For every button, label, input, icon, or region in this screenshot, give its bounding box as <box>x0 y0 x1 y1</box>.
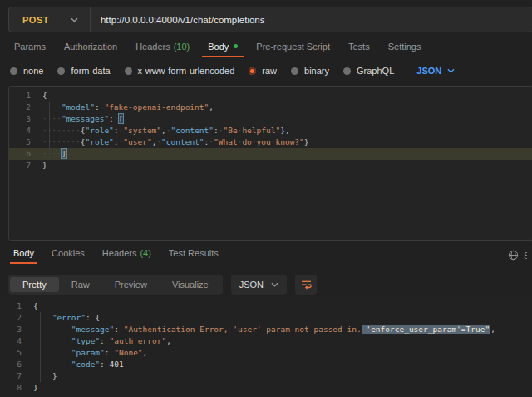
code-line: 2····"model":·"fake-openai-endpoint",· <box>9 102 532 113</box>
radio-icon <box>125 67 132 75</box>
code-content: { <box>42 90 47 102</box>
code-line: 3 "message": "Authentication Error, 'use… <box>0 324 532 335</box>
tab-label: Headers <box>102 248 137 258</box>
view-mode-pretty[interactable]: Pretty <box>10 277 59 292</box>
request-tab-pre-request-script[interactable]: Pre-request Script <box>250 38 336 57</box>
code-content: "param": "None", <box>33 347 147 359</box>
chevron-down-icon <box>271 282 278 287</box>
code-content: "type": "auth_error", <box>33 335 171 347</box>
globe-icon[interactable] <box>508 250 519 261</box>
line-number: 3 <box>0 324 22 335</box>
code-content: ····"messages":·[ <box>42 113 123 125</box>
code-content: } <box>42 160 47 171</box>
request-tab-headers[interactable]: Headers(10) <box>130 38 195 57</box>
request-url-bar: POST http://0.0.0.0:4000/v1/chat/complet… <box>8 7 532 32</box>
request-tab-tests[interactable]: Tests <box>342 38 376 57</box>
line-number: 4 <box>9 125 31 136</box>
response-toolbar: PrettyRawPreviewVisualize JSON <box>8 275 317 295</box>
request-tab-body[interactable]: Body <box>202 38 244 57</box>
response-tab-headers[interactable]: Headers(4) <box>99 245 155 264</box>
code-content: } <box>33 382 38 394</box>
tab-label: Authorization <box>64 42 117 52</box>
code-content: } <box>33 370 57 382</box>
code-line: 4 "type": "auth_error", <box>0 335 532 347</box>
response-body-editor[interactable]: 1{2 "error": {3 "message": "Authenticati… <box>0 297 532 397</box>
response-header-actions: S <box>508 250 527 261</box>
view-mode-preview[interactable]: Preview <box>102 277 160 292</box>
code-content: { <box>33 300 38 312</box>
chevron-down-icon <box>71 17 78 22</box>
body-mode-binary[interactable]: binary <box>291 66 329 76</box>
code-line: 6····] <box>9 148 532 160</box>
line-number: 6 <box>0 359 22 370</box>
indent-guide <box>40 312 41 382</box>
line-number: 4 <box>0 335 22 347</box>
code-line: 6 "code": 401 <box>0 359 532 370</box>
tab-label: Cookies <box>52 248 85 258</box>
radio-icon <box>343 67 351 75</box>
raw-language-label: JSON <box>416 66 441 76</box>
response-tabs: BodyCookiesHeaders(4)Test Results <box>10 245 233 264</box>
body-mode-label: none <box>23 66 43 76</box>
clipped-status-text: S <box>524 251 527 261</box>
tab-label: Pre-request Script <box>256 42 330 52</box>
line-number: 3 <box>9 113 31 125</box>
response-tab-cookies[interactable]: Cookies <box>48 245 88 264</box>
line-number: 1 <box>0 300 22 312</box>
code-line: 7} <box>9 160 532 171</box>
code-line: 8} <box>0 382 532 394</box>
code-content: ········{"role":·"user",·"content":·"Wha… <box>42 136 309 148</box>
body-mode-label: binary <box>304 66 329 76</box>
view-mode-raw[interactable]: Raw <box>59 277 102 292</box>
radio-icon <box>291 67 298 75</box>
response-view-modes: PrettyRawPreviewVisualize <box>8 275 223 295</box>
radio-icon <box>57 67 65 75</box>
body-mode-raw[interactable]: raw <box>249 66 277 76</box>
chevron-down-icon <box>447 68 455 73</box>
request-tab-params[interactable]: Params <box>8 38 52 57</box>
body-mode-label: x-www-form-urlencoded <box>138 66 235 76</box>
response-tab-body[interactable]: Body <box>10 245 37 264</box>
request-tab-authorization[interactable]: Authorization <box>58 38 123 57</box>
response-format-label: JSON <box>239 280 264 290</box>
radio-icon <box>249 67 256 75</box>
line-number: 1 <box>9 90 31 102</box>
request-tab-settings[interactable]: Settings <box>382 38 427 57</box>
line-number: 5 <box>0 347 22 359</box>
code-content: "code": 401 <box>33 359 124 370</box>
line-number: 2 <box>9 102 31 113</box>
response-format-selector[interactable]: JSON <box>231 275 287 295</box>
method-selector[interactable]: POST <box>9 7 90 32</box>
response-tab-test-results[interactable]: Test Results <box>165 245 222 264</box>
body-mode-label: form-data <box>71 66 110 76</box>
view-mode-visualize[interactable]: Visualize <box>160 277 221 292</box>
code-content: "message": "Authentication Error, 'user'… <box>33 324 495 335</box>
code-line: 5 "param": "None", <box>0 347 532 359</box>
tab-label: Params <box>14 42 46 52</box>
wrap-text-button[interactable] <box>295 275 317 295</box>
request-body-editor[interactable]: 1{2····"model":·"fake-openai-endpoint",·… <box>8 86 532 241</box>
method-label: POST <box>22 15 49 25</box>
code-line: 2 "error": { <box>0 312 532 324</box>
body-mode-x-www-form-urlencoded[interactable]: x-www-form-urlencoded <box>125 66 235 76</box>
tab-label: Tests <box>348 42 370 52</box>
tab-label: Test Results <box>169 248 219 258</box>
url-input[interactable]: http://0.0.0.0:4000/v1/chat/completions <box>91 15 265 25</box>
body-mode-none[interactable]: none <box>10 66 43 76</box>
tab-label: Headers <box>135 42 170 52</box>
indent-guide <box>49 102 50 160</box>
code-line: 1{ <box>0 300 532 312</box>
body-mode-form-data[interactable]: form-data <box>57 66 110 76</box>
body-mode-label: GraphQL <box>357 66 394 76</box>
line-number: 8 <box>0 382 22 394</box>
code-content: ····] <box>42 148 66 160</box>
code-content: "error": { <box>33 312 100 324</box>
body-mode-label: raw <box>262 66 277 76</box>
wrap-text-icon <box>301 280 312 290</box>
tab-label: Settings <box>388 42 421 52</box>
tab-label: Body <box>208 42 229 52</box>
tab-count-badge: (4) <box>140 248 150 258</box>
radio-icon <box>10 67 17 75</box>
raw-language-selector[interactable]: JSON <box>416 66 455 76</box>
body-mode-graphql[interactable]: GraphQL <box>343 66 394 76</box>
